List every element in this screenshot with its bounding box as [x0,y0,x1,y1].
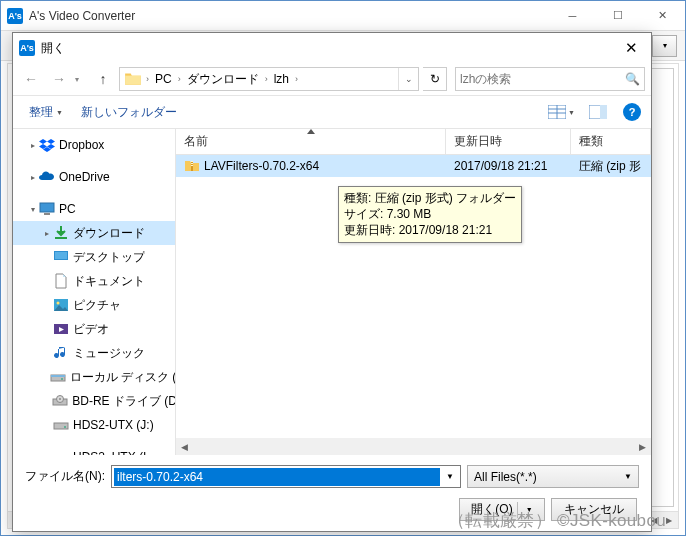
breadcrumb-pc[interactable]: PC [151,68,176,90]
svg-rect-8 [55,237,67,239]
expand-icon[interactable]: ▸ [27,173,39,182]
filename-label: ファイル名(N): [25,468,105,485]
file-list[interactable]: 名前 更新日時 種類 LAVFilters-0.70.2-x64 2017/09… [176,129,651,455]
history-dropdown[interactable]: ▾ [75,75,87,84]
tree-hds2[interactable]: HDS2-UTX (J:) [13,413,175,437]
tree-label: BD-RE ドライブ (D [72,393,175,410]
tree-label: Dropbox [59,138,104,152]
drive-icon [53,449,69,455]
preview-pane-icon [589,105,607,119]
videos-icon [53,321,69,337]
svg-point-21 [64,426,66,428]
search-box[interactable]: 🔍 [455,67,645,91]
expand-icon[interactable]: ▸ [27,141,39,150]
svg-point-16 [61,378,63,380]
tree-pictures[interactable]: ピクチャ [13,293,175,317]
up-button[interactable]: ↑ [91,67,115,91]
organize-label: 整理 [29,104,53,121]
zip-icon [184,158,200,174]
tree-music[interactable]: ミュージック [13,341,175,365]
app-icon: A's [7,8,23,24]
file-type: 圧縮 (zip 形 [571,158,651,175]
new-folder-button[interactable]: 新しいフォルダー [75,101,183,124]
documents-icon [53,273,69,289]
col-name[interactable]: 名前 [176,129,446,154]
tree-local-disk[interactable]: ローカル ディスク (C [13,365,175,389]
chevron-right-icon[interactable]: › [263,74,270,84]
tree-desktop[interactable]: デスクトップ [13,245,175,269]
svg-rect-5 [600,105,607,119]
expand-icon[interactable]: ▸ [41,229,53,238]
tree-downloads[interactable]: ▸ ダウンロード [13,221,175,245]
chevron-right-icon[interactable]: › [293,74,300,84]
caret-down-icon[interactable]: ▼ [526,506,533,513]
scroll-right-icon[interactable]: ▶ [661,514,676,527]
column-header[interactable]: 名前 更新日時 種類 [176,129,651,155]
preview-pane-button[interactable] [585,100,611,124]
file-row[interactable]: LAVFilters-0.70.2-x64 2017/09/18 21:21 圧… [176,155,651,177]
tree-label: ドキュメント [73,273,145,290]
svg-rect-20 [54,423,68,429]
back-button[interactable]: ← [19,67,43,91]
tree-label: ダウンロード [73,225,145,242]
view-button[interactable]: ▼ [544,100,579,124]
col-type[interactable]: 種類 [571,129,651,154]
maximize-button[interactable]: ☐ [595,1,640,30]
svg-rect-10 [55,252,67,259]
open-button[interactable]: 開く(O) ▼ [459,498,545,521]
tree-label: PC [59,202,76,216]
dialog-close-button[interactable]: ✕ [611,34,651,62]
chevron-right-icon[interactable]: › [144,74,151,84]
tree-bdre[interactable]: BD-RE ドライブ (D [13,389,175,413]
help-button[interactable]: ? [623,103,641,121]
music-icon [53,345,69,361]
search-icon[interactable]: 🔍 [625,72,640,86]
drive-icon [50,369,66,385]
filename-input[interactable]: ilters-0.70.2-x64 [114,468,440,486]
breadcrumb-lzh[interactable]: lzh [270,68,293,90]
forward-button[interactable]: → [47,67,71,91]
filename-combo[interactable]: ilters-0.70.2-x64 ▼ [111,465,461,488]
nav-bar: ← → ▾ ↑ › PC › ダウンロード › lzh › ⌄ ↻ 🔍 [13,63,651,95]
h-scrollbar[interactable]: ◀ ▶ [176,438,651,455]
new-folder-label: 新しいフォルダー [81,104,177,121]
parent-dropdown[interactable]: ▾ [652,35,677,57]
open-button-label: 開く(O) [471,501,512,518]
collapse-icon[interactable]: ▾ [27,205,39,214]
cancel-button[interactable]: キャンセル [551,498,637,521]
dialog-titlebar: A's 開く ✕ [13,33,651,63]
chevron-right-icon[interactable]: › [176,74,183,84]
organize-button[interactable]: 整理 ▼ [23,101,69,124]
close-button[interactable]: ✕ [640,1,685,30]
breadcrumb[interactable]: › PC › ダウンロード › lzh › ⌄ [119,67,419,91]
onedrive-icon [39,169,55,185]
scroll-left-icon[interactable]: ◀ [176,442,193,452]
refresh-button[interactable]: ↻ [423,67,447,91]
svg-rect-24 [191,163,193,164]
tree-onedrive[interactable]: ▸ OneDrive [13,165,175,189]
breadcrumb-downloads[interactable]: ダウンロード [183,68,263,90]
tree-pc[interactable]: ▾ PC [13,197,175,221]
tree-videos[interactable]: ビデオ [13,317,175,341]
search-input[interactable] [460,72,625,86]
tree-dropbox[interactable]: ▸ Dropbox [13,133,175,157]
breadcrumb-dropdown[interactable]: ⌄ [398,68,418,90]
nav-tree[interactable]: ▸ Dropbox ▸ OneDrive ▾ PC ▸ ダウンロード [13,129,176,455]
col-date[interactable]: 更新日時 [446,129,571,154]
tree-documents[interactable]: ドキュメント [13,269,175,293]
scroll-right-icon[interactable]: ▶ [634,442,651,452]
minimize-button[interactable]: ─ [550,1,595,30]
tree-label: HDS2_UTX (I [73,450,146,455]
svg-rect-6 [40,203,54,212]
drive-icon [53,417,69,433]
svg-rect-15 [51,375,65,377]
caret-down-icon[interactable]: ▼ [441,472,459,481]
file-date: 2017/09/18 21:21 [446,159,571,173]
tree-hds2b[interactable]: HDS2_UTX (I [13,445,175,455]
file-type-filter[interactable]: All Files(*.*) ▼ [467,465,639,488]
pictures-icon [53,297,69,313]
tree-label: ミュージック [73,345,145,362]
toolbar: 整理 ▼ 新しいフォルダー ▼ ? [13,95,651,129]
parent-titlebar: A's A's Video Converter ─ ☐ ✕ [1,1,685,31]
open-dialog: A's 開く ✕ ← → ▾ ↑ › PC › ダウンロード › lzh › ⌄… [12,32,652,532]
